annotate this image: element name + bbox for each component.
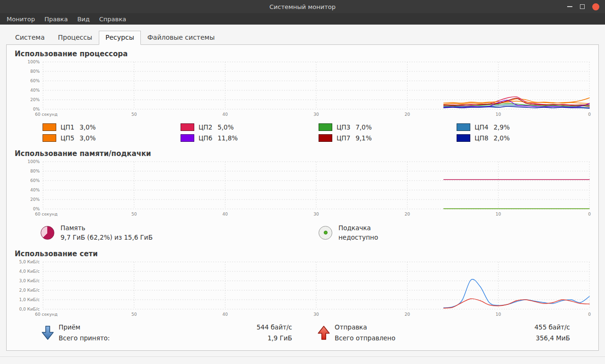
menu-item-view[interactable]: Вид bbox=[72, 14, 94, 24]
cpu3-value: 7,0% bbox=[355, 123, 372, 131]
cpu-legend-item-8: ЦП8 2,0% bbox=[457, 134, 595, 142]
cpu6-label: ЦП6 bbox=[199, 134, 212, 142]
svg-text:1,0 КиБ/c: 1,0 КиБ/c bbox=[19, 297, 40, 302]
window-controls bbox=[567, 0, 599, 13]
minimize-icon[interactable] bbox=[567, 6, 572, 7]
send-total: 356,4 МиБ bbox=[535, 334, 570, 342]
titlebar: Системный монитор bbox=[0, 0, 605, 13]
cpu1-label: ЦП1 bbox=[60, 123, 74, 131]
svg-text:10: 10 bbox=[496, 312, 501, 317]
svg-text:80%: 80% bbox=[30, 169, 40, 173]
cpu-legend-item-4: ЦП4 2,9% bbox=[457, 123, 595, 131]
svg-text:2,0 КиБ/c: 2,0 КиБ/c bbox=[19, 288, 40, 293]
svg-text:0%: 0% bbox=[33, 207, 40, 211]
cpu7-value: 9,1% bbox=[355, 134, 372, 142]
swap-value: недоступно bbox=[338, 234, 378, 241]
cpu4-color-swatch[interactable] bbox=[457, 123, 470, 131]
svg-text:3,0 КиБ/c: 3,0 КиБ/c bbox=[19, 278, 40, 283]
cpu-legend-item-3: ЦП3 7,0% bbox=[319, 123, 457, 131]
svg-text:60%: 60% bbox=[30, 178, 40, 183]
svg-text:30: 30 bbox=[313, 212, 319, 217]
svg-text:40: 40 bbox=[223, 212, 228, 217]
menu-item-help[interactable]: Справка bbox=[95, 14, 131, 24]
cpu-chart: 100%80%60%40%20%0%60 секунд50403020100 bbox=[17, 59, 591, 119]
svg-text:10: 10 bbox=[496, 112, 501, 117]
svg-text:30: 30 bbox=[313, 112, 319, 117]
memory-value: 9,7 ГиБ (62,2%) из 15,6 ГиБ bbox=[60, 234, 153, 241]
cpu8-color-swatch[interactable] bbox=[457, 134, 470, 142]
cpu8-value: 2,0% bbox=[493, 134, 510, 142]
svg-text:0%: 0% bbox=[33, 107, 40, 112]
cpu-legend-item-5: ЦП5 3,0% bbox=[43, 134, 181, 142]
download-arrow-icon bbox=[42, 326, 54, 340]
swap-dot-icon bbox=[324, 231, 328, 234]
cpu3-color-swatch[interactable] bbox=[319, 123, 332, 131]
menu-item-edit[interactable]: Правка bbox=[40, 14, 72, 24]
cpu5-color-swatch[interactable] bbox=[43, 134, 56, 142]
cpu1-value: 3,0% bbox=[79, 123, 95, 131]
svg-text:30: 30 bbox=[313, 312, 319, 317]
window-title: Системный монитор bbox=[0, 3, 605, 10]
network-send-group: Отправка 455 байт/с Всего отправлено 356… bbox=[318, 323, 570, 342]
cpu1-color-swatch[interactable] bbox=[43, 123, 56, 131]
svg-text:40%: 40% bbox=[30, 188, 40, 192]
svg-text:20: 20 bbox=[405, 212, 410, 217]
svg-text:20: 20 bbox=[405, 112, 410, 117]
resources-panel: Использование процессора 100%80%60%40%20… bbox=[6, 44, 599, 351]
statusbar bbox=[0, 356, 605, 357]
receive-label: Приём bbox=[59, 323, 252, 331]
cpu-legend: ЦП1 3,0% ЦП2 5,0% ЦП3 7,0% ЦП4 2,9% ЦП5 bbox=[43, 123, 598, 142]
close-icon[interactable] bbox=[592, 3, 599, 10]
svg-text:0,0 КиБ/c: 0,0 КиБ/c bbox=[19, 307, 40, 312]
memory-section-title: Использование памяти/подкачки bbox=[15, 149, 598, 158]
tab-processes[interactable]: Процессы bbox=[51, 31, 99, 45]
cpu2-value: 5,0% bbox=[217, 123, 233, 131]
cpu6-value: 11,8% bbox=[217, 134, 238, 142]
cpu7-color-swatch[interactable] bbox=[319, 134, 332, 142]
memory-chart: 100%80%60%40%20%0%60 секунд50403020100 bbox=[17, 159, 591, 218]
svg-text:4,0 КиБ/c: 4,0 КиБ/c bbox=[19, 269, 40, 274]
svg-text:60 секунд: 60 секунд bbox=[35, 312, 58, 317]
cpu7-label: ЦП7 bbox=[337, 134, 350, 142]
cpu-section-title: Использование процессора bbox=[15, 50, 598, 58]
svg-text:20: 20 bbox=[405, 312, 410, 317]
cpu-legend-item-1: ЦП1 3,0% bbox=[43, 123, 181, 131]
svg-text:50: 50 bbox=[131, 212, 137, 217]
send-total-label: Всего отправлено bbox=[335, 334, 530, 342]
svg-text:40: 40 bbox=[223, 112, 228, 117]
cpu2-label: ЦП2 bbox=[199, 123, 212, 131]
svg-text:100%: 100% bbox=[27, 60, 40, 64]
cpu5-label: ЦП5 bbox=[60, 134, 74, 142]
svg-text:0: 0 bbox=[588, 312, 591, 317]
network-stats-row: Приём 544 байт/с Всего принято: 1,9 ГиБ … bbox=[42, 323, 598, 342]
swap-info: Подкачка недоступно bbox=[319, 224, 598, 241]
menubar: Монитор Правка Вид Справка bbox=[0, 13, 605, 25]
network-section-title: Использование сети bbox=[15, 250, 598, 258]
cpu5-value: 3,0% bbox=[79, 134, 95, 142]
swap-status-icon bbox=[319, 226, 332, 240]
tab-filesystems[interactable]: Файловые системы bbox=[141, 31, 222, 45]
svg-text:60%: 60% bbox=[30, 78, 40, 83]
receive-rate: 544 байт/с bbox=[257, 323, 292, 331]
svg-text:50: 50 bbox=[131, 312, 137, 317]
network-chart: 5,0 КиБ/c4,0 КиБ/c3,0 КиБ/c2,0 КиБ/c1,0 … bbox=[17, 259, 591, 319]
svg-text:40: 40 bbox=[223, 312, 228, 317]
memory-label: Память bbox=[60, 224, 153, 232]
cpu6-color-swatch[interactable] bbox=[181, 134, 194, 142]
menu-item-monitor[interactable]: Монитор bbox=[2, 14, 40, 24]
swap-label: Подкачка bbox=[338, 224, 378, 232]
maximize-icon[interactable] bbox=[580, 4, 585, 9]
tab-system[interactable]: Система bbox=[9, 31, 51, 45]
tab-resources[interactable]: Ресурсы bbox=[99, 31, 141, 45]
svg-text:40%: 40% bbox=[30, 88, 40, 93]
cpu-legend-item-2: ЦП2 5,0% bbox=[181, 123, 319, 131]
memory-info-row: Память 9,7 ГиБ (62,2%) из 15,6 ГиБ Подка… bbox=[41, 224, 598, 241]
svg-text:80%: 80% bbox=[30, 69, 40, 74]
system-monitor-window: Системный монитор Монитор Правка Вид Спр… bbox=[0, 0, 605, 364]
cpu-legend-item-7: ЦП7 9,1% bbox=[319, 134, 457, 142]
cpu2-color-swatch[interactable] bbox=[181, 123, 194, 131]
svg-text:50: 50 bbox=[131, 112, 137, 117]
svg-text:0: 0 bbox=[588, 212, 591, 217]
cpu8-label: ЦП8 bbox=[475, 134, 488, 142]
tabstrip: Система Процессы Ресурсы Файловые систем… bbox=[9, 31, 605, 44]
